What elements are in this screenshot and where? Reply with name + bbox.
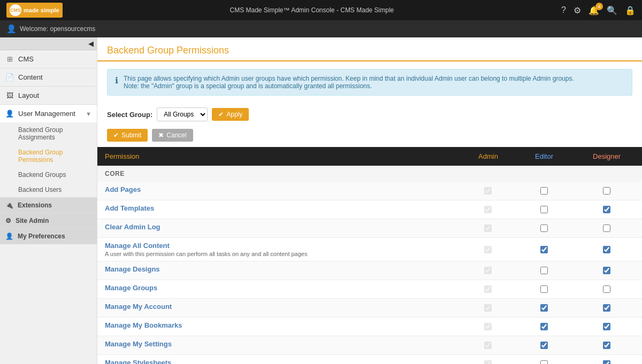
editor-checkbox[interactable] <box>540 285 548 293</box>
designer-checkbox[interactable] <box>603 224 610 232</box>
admin-check-cell <box>460 200 517 219</box>
editor-checkbox[interactable] <box>540 304 548 312</box>
sidebar-item-layout[interactable]: 🖼 Layout <box>0 87 97 104</box>
submit-button-label: Submit <box>121 131 141 139</box>
designer-checkbox[interactable] <box>603 323 610 330</box>
editor-checkbox[interactable] <box>540 187 548 195</box>
admin-checkbox[interactable] <box>484 342 492 349</box>
submit-button[interactable]: ✔ Submit <box>107 129 148 142</box>
admin-check-cell <box>460 238 517 261</box>
permissions-table: Permission Admin Editor Designer CORE Ad… <box>97 147 642 364</box>
designer-checkbox[interactable] <box>603 246 610 253</box>
perm-cell: Add Pages <box>97 182 460 200</box>
editor-check-cell <box>517 317 571 336</box>
controls-row: Select Group: All Groups ✔ Apply <box>97 103 642 126</box>
admin-check-cell <box>460 280 517 299</box>
admin-checkbox[interactable] <box>484 285 492 293</box>
sidebar-item-content[interactable]: 📄 Content <box>0 68 97 86</box>
editor-checkbox[interactable] <box>540 323 548 330</box>
content-nav-icon: 📄 <box>5 73 14 81</box>
sidebar-item-extensions[interactable]: 🔌 Extensions <box>0 198 97 213</box>
cancel-button[interactable]: ✖ Cancel <box>152 129 193 142</box>
cancel-button-label: Cancel <box>166 131 186 139</box>
layout: ◀ ⊞ CMS 📄 Content 🖼 Layout 👤 User Manage <box>0 37 642 364</box>
perm-name: Manage My Bookmarks <box>105 321 452 329</box>
admin-check-cell <box>460 317 517 336</box>
designer-checkbox[interactable] <box>603 360 610 364</box>
action-row: ✔ Submit ✖ Cancel <box>97 126 642 147</box>
editor-checkbox[interactable] <box>540 246 548 253</box>
table-row: Manage Designs <box>97 261 642 280</box>
admin-checkbox[interactable] <box>484 267 492 274</box>
table-row: Manage My Bookmarks <box>97 317 642 336</box>
lock-icon[interactable]: 🔒 <box>625 5 636 16</box>
designer-checkbox[interactable] <box>603 342 610 349</box>
designer-check-cell <box>571 317 642 336</box>
sidebar-item-cms[interactable]: ⊞ CMS <box>0 50 97 68</box>
main-content: Backend Group Permissions ℹ This page al… <box>97 37 642 364</box>
apply-check-icon: ✔ <box>218 111 224 118</box>
editor-checkbox[interactable] <box>540 360 548 364</box>
gear-icon[interactable]: ⚙ <box>574 5 581 16</box>
sidebar-item-my-preferences[interactable]: 👤 My Preferences <box>0 229 97 244</box>
editor-check-cell <box>517 280 571 299</box>
sidebar-toggle-icon: ◀ <box>88 40 94 48</box>
col-editor-header: Editor <box>517 147 571 166</box>
designer-checkbox[interactable] <box>603 304 610 312</box>
admin-checkbox[interactable] <box>484 246 492 253</box>
sidebar-item-user-management[interactable]: 👤 User Management ▼ <box>0 105 97 122</box>
apply-button[interactable]: ✔ Apply <box>212 108 249 121</box>
user-info: 👤 Welcome: opensourcecms <box>6 24 95 34</box>
sidebar-sub-item-group-permissions[interactable]: Backend Group Permissions <box>0 145 97 167</box>
designer-checkbox[interactable] <box>603 285 610 293</box>
editor-checkbox[interactable] <box>540 267 548 274</box>
designer-checkbox[interactable] <box>603 267 610 274</box>
editor-check-cell <box>517 336 571 355</box>
admin-checkbox[interactable] <box>484 323 492 330</box>
table-row: Add Templates <box>97 200 642 219</box>
sidebar-section-user-management: 👤 User Management ▼ Backend Group Assign… <box>0 105 97 198</box>
search-icon[interactable]: 🔍 <box>607 5 617 16</box>
select-group-dropdown[interactable]: All Groups <box>157 107 208 121</box>
admin-checkbox[interactable] <box>484 304 492 312</box>
editor-check-cell <box>517 261 571 280</box>
sidebar-sub-item-users[interactable]: Backend Users <box>0 182 97 197</box>
sidebar-item-my-preferences-label: My Preferences <box>18 233 65 240</box>
sidebar-item-site-admin-label: Site Admin <box>16 217 49 224</box>
top-header: CMS made simple CMS Made Simple™ Admin C… <box>0 0 642 20</box>
sidebar-section-site-admin: ⚙ Site Admin <box>0 213 97 229</box>
designer-checkbox[interactable] <box>603 206 610 213</box>
sidebar-toggle[interactable]: ◀ <box>0 37 97 50</box>
bell-icon[interactable]: 🔔 4 <box>588 5 599 16</box>
table-body: CORE Add PagesAdd TemplatesClear Admin L… <box>97 166 642 364</box>
sidebar-sub-item-group-assignments[interactable]: Backend Group Assignments <box>0 122 97 145</box>
editor-check-cell <box>517 219 571 238</box>
admin-check-cell <box>460 299 517 317</box>
admin-check-cell <box>460 261 517 280</box>
perm-name: Clear Admin Log <box>105 223 452 231</box>
admin-checkbox[interactable] <box>484 187 492 195</box>
editor-checkbox[interactable] <box>540 224 548 232</box>
designer-checkbox[interactable] <box>603 187 610 195</box>
notification-badge: 4 <box>595 3 603 10</box>
info-box: ℹ This page allows specifying which Admi… <box>107 69 632 96</box>
perm-name: Add Templates <box>105 204 452 212</box>
editor-checkbox[interactable] <box>540 206 548 213</box>
header-icons: ? ⚙ 🔔 4 🔍 🔒 <box>561 5 636 16</box>
admin-checkbox[interactable] <box>484 224 492 232</box>
editor-checkbox[interactable] <box>540 342 548 349</box>
table-row: Manage Stylesheets <box>97 355 642 365</box>
admin-checkbox[interactable] <box>484 206 492 213</box>
sidebar-item-layout-label: Layout <box>18 91 39 99</box>
apply-button-label: Apply <box>226 111 242 118</box>
header-title: CMS Made Simple™ Admin Console - CMS Mad… <box>230 6 394 14</box>
sidebar-sub-item-groups[interactable]: Backend Groups <box>0 167 97 182</box>
help-icon[interactable]: ? <box>561 5 566 15</box>
sidebar-section-extensions: 🔌 Extensions <box>0 198 97 213</box>
cancel-icon: ✖ <box>158 131 164 139</box>
logo: CMS made simple <box>6 3 63 18</box>
admin-checkbox[interactable] <box>484 360 492 364</box>
sidebar-item-site-admin[interactable]: ⚙ Site Admin <box>0 213 97 228</box>
editor-check-cell <box>517 299 571 317</box>
perm-name: Manage Groups <box>105 284 452 292</box>
